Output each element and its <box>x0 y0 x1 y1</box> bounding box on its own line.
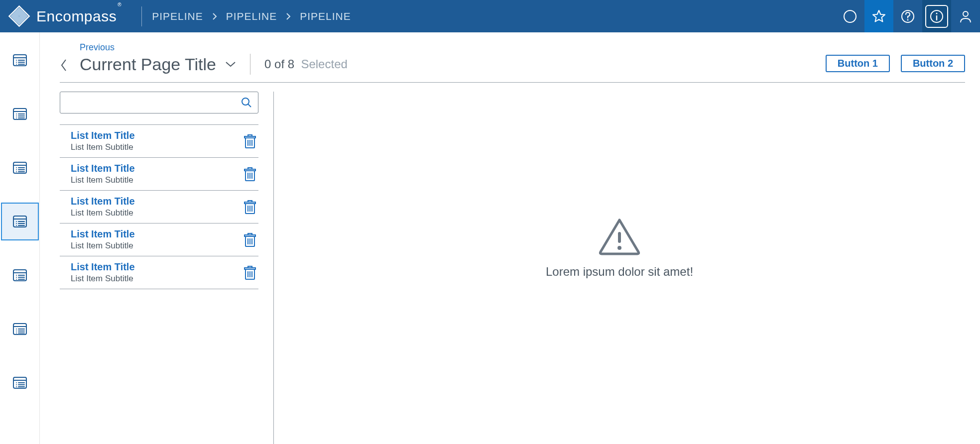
button-2[interactable]: Button 2 <box>901 55 965 72</box>
svg-rect-95 <box>248 266 252 268</box>
divider <box>60 82 965 83</box>
search-input[interactable] <box>60 92 258 113</box>
svg-line-65 <box>248 104 251 107</box>
chevron-right-icon <box>286 12 291 20</box>
rail-item-4[interactable] <box>1 256 39 294</box>
svg-point-64 <box>242 98 249 105</box>
list-item[interactable]: List Item TitleList Item Subtitle <box>60 256 258 289</box>
alert-triangle-icon <box>598 217 641 256</box>
rail-item-1[interactable] <box>1 95 39 133</box>
star-icon[interactable] <box>864 0 893 32</box>
list-item[interactable]: List Item TitleList Item Subtitle <box>60 157 258 190</box>
list-item-subtitle: List Item Subtitle <box>71 241 135 251</box>
brand-name: Encompass® <box>36 8 122 25</box>
list-item-title: List Item Title <box>71 130 135 141</box>
page-title: Current Page Title <box>80 55 216 74</box>
svg-point-1 <box>844 10 856 22</box>
svg-point-5 <box>936 12 938 14</box>
list-pane: List Item TitleList Item SubtitleList It… <box>60 92 274 444</box>
trash-icon[interactable] <box>243 231 257 248</box>
help-icon[interactable] <box>893 0 922 32</box>
list-item-subtitle: List Item Subtitle <box>71 175 135 185</box>
list-item-title: List Item Title <box>71 228 135 240</box>
header-actions <box>836 0 980 32</box>
svg-point-7 <box>963 11 968 16</box>
svg-rect-96 <box>618 232 621 243</box>
rail-item-0[interactable] <box>1 41 39 79</box>
chevron-right-icon <box>212 12 217 20</box>
page-header: Previous Current Page Title 0 of 8 Selec… <box>60 42 965 75</box>
back-chevron-icon[interactable] <box>60 55 71 75</box>
header-separator <box>141 6 142 26</box>
svg-rect-6 <box>936 15 937 20</box>
svg-rect-89 <box>248 233 252 235</box>
svg-rect-71 <box>248 135 252 136</box>
rail-item-6[interactable] <box>1 364 39 402</box>
search-field[interactable] <box>66 98 241 108</box>
notifications-icon[interactable] <box>836 0 864 32</box>
rail-item-2[interactable] <box>1 149 39 187</box>
breadcrumb: PIPELINE PIPELINE PIPELINE <box>152 10 351 22</box>
list-item[interactable]: List Item TitleList Item Subtitle <box>60 190 258 223</box>
button-1[interactable]: Button 1 <box>826 55 890 72</box>
svg-rect-77 <box>248 168 252 169</box>
list-item-title: List Item Title <box>71 196 135 207</box>
list-item[interactable]: List Item TitleList Item Subtitle <box>60 223 258 256</box>
list-item-title: List Item Title <box>71 261 135 273</box>
empty-state-message: Lorem ipsum dolor sit amet! <box>546 265 693 279</box>
trash-icon[interactable] <box>243 166 257 183</box>
user-icon[interactable] <box>951 0 980 32</box>
list-item-subtitle: List Item Subtitle <box>71 142 135 152</box>
list-item-subtitle: List Item Subtitle <box>71 274 135 284</box>
list-item-title: List Item Title <box>71 163 135 174</box>
brand-logo-icon <box>8 5 30 27</box>
app-header: Encompass® PIPELINE PIPELINE PIPELINE <box>0 0 980 32</box>
svg-point-97 <box>617 246 621 250</box>
svg-rect-83 <box>248 201 252 202</box>
content-pane: Lorem ipsum dolor sit amet! <box>274 92 965 444</box>
breadcrumb-item[interactable]: PIPELINE <box>152 10 203 22</box>
rail-item-3[interactable] <box>1 203 39 240</box>
previous-link[interactable]: Previous <box>80 42 348 53</box>
list-item-subtitle: List Item Subtitle <box>71 208 135 218</box>
trash-icon[interactable] <box>243 133 257 150</box>
sidebar-rail <box>0 32 40 444</box>
item-list: List Item TitleList Item SubtitleList It… <box>60 124 258 289</box>
breadcrumb-item[interactable]: PIPELINE <box>226 10 277 22</box>
search-icon[interactable] <box>241 97 252 108</box>
main-content: Previous Current Page Title 0 of 8 Selec… <box>40 32 980 444</box>
chevron-down-icon[interactable] <box>225 61 236 68</box>
rail-item-5[interactable] <box>1 310 39 348</box>
list-item[interactable]: List Item TitleList Item Subtitle <box>60 124 258 157</box>
breadcrumb-item[interactable]: PIPELINE <box>300 10 351 22</box>
info-icon[interactable] <box>922 0 951 32</box>
divider <box>250 54 250 75</box>
brand: Encompass® <box>5 5 131 27</box>
trash-icon[interactable] <box>243 199 257 216</box>
selection-count: 0 of 8 Selected <box>264 57 348 71</box>
trash-icon[interactable] <box>243 264 257 281</box>
svg-point-3 <box>907 19 909 20</box>
